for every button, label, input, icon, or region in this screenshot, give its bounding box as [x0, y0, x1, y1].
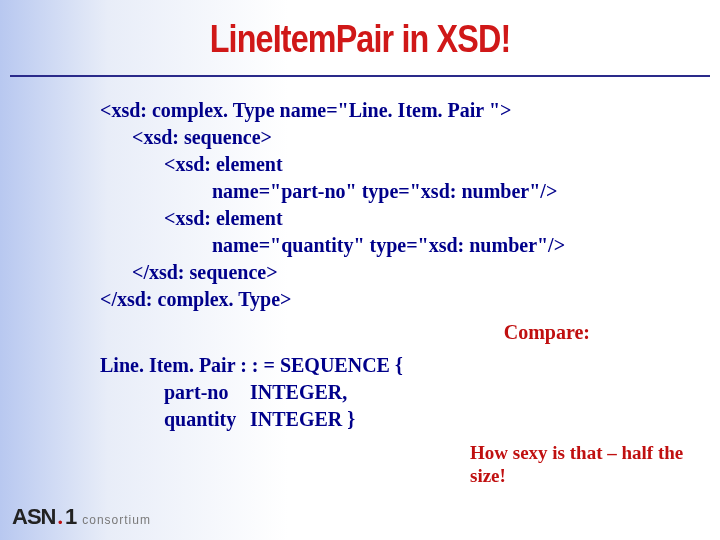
footer-consortium: consortium	[82, 513, 151, 527]
slide-body: <xsd: complex. Type name="Line. Item. Pa…	[0, 77, 720, 433]
compare-label: Compare:	[100, 319, 680, 346]
comment-text: How sexy is that – half the size!	[470, 442, 690, 488]
footer-dot: .	[57, 504, 63, 530]
xsd-line-1: <xsd: complex. Type name="Line. Item. Pa…	[100, 97, 680, 124]
asn-block: Line. Item. Pair : : = SEQUENCE { part-n…	[100, 352, 680, 433]
xsd-line-7: </xsd: sequence>	[100, 259, 680, 286]
asn-line-1: Line. Item. Pair : : = SEQUENCE {	[100, 352, 680, 379]
footer-brand: ASN	[12, 504, 55, 530]
xsd-line-8: </xsd: complex. Type>	[100, 286, 680, 313]
xsd-line-4: name="part-no" type="xsd: number"/>	[100, 178, 680, 205]
xsd-line-3: <xsd: element	[100, 151, 680, 178]
asn-field-name: part-no	[100, 379, 250, 406]
asn-row-quantity: quantity INTEGER }	[100, 406, 680, 433]
xsd-line-2: <xsd: sequence>	[100, 124, 680, 151]
slide-title: LineItemPair in XSD!	[54, 0, 666, 61]
asn-field-type: INTEGER }	[250, 406, 355, 433]
asn-field-name: quantity	[100, 406, 250, 433]
footer-logo: ASN.1 consortium	[12, 504, 151, 530]
asn-field-type: INTEGER,	[250, 379, 347, 406]
xsd-line-5: <xsd: element	[100, 205, 680, 232]
asn-row-partno: part-no INTEGER,	[100, 379, 680, 406]
xsd-line-6: name="quantity" type="xsd: number"/>	[100, 232, 680, 259]
footer-one: 1	[65, 504, 77, 530]
